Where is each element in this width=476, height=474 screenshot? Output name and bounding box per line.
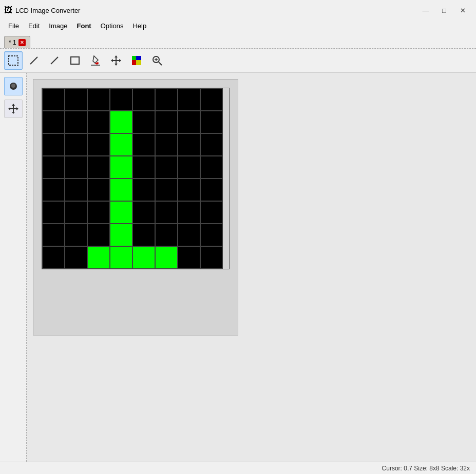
pixel[interactable] xyxy=(178,156,200,179)
pixel[interactable] xyxy=(65,246,87,269)
pixel[interactable] xyxy=(110,179,132,201)
pixel[interactable] xyxy=(155,133,178,156)
pixel[interactable] xyxy=(65,111,87,133)
svg-marker-25 xyxy=(8,107,10,110)
pixel[interactable] xyxy=(110,156,132,179)
pixel-grid[interactable] xyxy=(42,88,230,269)
pixel[interactable] xyxy=(87,111,110,133)
pixel[interactable] xyxy=(132,224,155,246)
app-title: LCD Image Converter xyxy=(15,7,80,14)
toolbar xyxy=(0,48,476,73)
pixel[interactable] xyxy=(110,133,132,156)
menu-item-help[interactable]: Help xyxy=(128,21,150,31)
pixel[interactable] xyxy=(132,246,155,269)
sidebar-draw-tool[interactable] xyxy=(4,77,23,95)
pixel[interactable] xyxy=(200,179,223,201)
menu-item-options[interactable]: Options xyxy=(97,21,128,31)
pixel[interactable] xyxy=(87,88,110,111)
pixel[interactable] xyxy=(42,156,65,179)
pixel[interactable] xyxy=(200,111,223,133)
pixel[interactable] xyxy=(200,88,223,111)
menu-item-font[interactable]: Font xyxy=(73,21,96,31)
pixel[interactable] xyxy=(87,246,110,269)
menu-bar: FileEditImageFontOptionsHelp xyxy=(0,18,476,33)
pixel[interactable] xyxy=(65,201,87,224)
tab-1-close[interactable]: ✕ xyxy=(18,39,26,46)
draw-icon xyxy=(8,81,19,92)
pixel[interactable] xyxy=(155,88,178,111)
pixel[interactable] xyxy=(110,88,132,111)
pixel[interactable] xyxy=(178,88,200,111)
pixel[interactable] xyxy=(42,111,65,133)
pixel[interactable] xyxy=(87,156,110,179)
pixel[interactable] xyxy=(132,156,155,179)
pixel[interactable] xyxy=(87,133,110,156)
pixel[interactable] xyxy=(178,111,200,133)
pixel[interactable] xyxy=(65,133,87,156)
pixel[interactable] xyxy=(42,133,65,156)
pixel[interactable] xyxy=(178,179,200,201)
pixel[interactable] xyxy=(110,224,132,246)
sidebar-move-tool[interactable] xyxy=(4,100,23,118)
tool-line[interactable] xyxy=(45,51,64,70)
pixel[interactable] xyxy=(87,201,110,224)
pixel[interactable] xyxy=(200,133,223,156)
canvas-area xyxy=(27,73,476,462)
pixel[interactable] xyxy=(42,88,65,111)
pixel[interactable] xyxy=(65,88,87,111)
pixel[interactable] xyxy=(132,179,155,201)
pixel[interactable] xyxy=(200,201,223,224)
pixel[interactable] xyxy=(178,133,200,156)
svg-marker-10 xyxy=(119,59,121,62)
menu-item-file[interactable]: File xyxy=(4,21,23,31)
tool-select-rect[interactable] xyxy=(4,51,23,70)
pixel[interactable] xyxy=(65,156,87,179)
tool-pencil[interactable] xyxy=(25,51,43,70)
menu-item-image[interactable]: Image xyxy=(45,21,71,31)
tool-fill[interactable] xyxy=(86,51,105,70)
tab-1[interactable]: * 1 ✕ xyxy=(4,36,30,48)
pixel[interactable] xyxy=(42,224,65,246)
svg-marker-9 xyxy=(111,59,113,62)
pixel[interactable] xyxy=(155,179,178,201)
tool-zoom[interactable] xyxy=(148,51,166,70)
pixel[interactable] xyxy=(200,246,223,269)
pixel[interactable] xyxy=(65,179,87,201)
zoom-icon xyxy=(151,55,163,66)
title-bar-left: 🖼 LCD Image Converter xyxy=(4,6,80,15)
status-text: Cursor: 0,7 Size: 8x8 Scale: 32x xyxy=(382,465,470,472)
pixel[interactable] xyxy=(132,111,155,133)
pixel[interactable] xyxy=(178,224,200,246)
tool-color[interactable] xyxy=(127,51,146,70)
pixel[interactable] xyxy=(155,111,178,133)
maximize-button[interactable]: □ xyxy=(437,5,451,15)
tool-move[interactable] xyxy=(107,51,125,70)
pixel[interactable] xyxy=(155,201,178,224)
pixel[interactable] xyxy=(110,111,132,133)
pixel[interactable] xyxy=(110,246,132,269)
pixel[interactable] xyxy=(110,201,132,224)
pixel[interactable] xyxy=(200,156,223,179)
pixel[interactable] xyxy=(42,201,65,224)
minimize-button[interactable]: — xyxy=(418,5,433,15)
pixel[interactable] xyxy=(42,246,65,269)
pixel[interactable] xyxy=(155,246,178,269)
pixel[interactable] xyxy=(132,88,155,111)
pixel[interactable] xyxy=(132,133,155,156)
pixel[interactable] xyxy=(87,224,110,246)
svg-rect-14 xyxy=(136,60,141,65)
pixel[interactable] xyxy=(87,179,110,201)
pixel[interactable] xyxy=(200,224,223,246)
pixel[interactable] xyxy=(155,224,178,246)
pixel[interactable] xyxy=(65,224,87,246)
close-button[interactable]: ✕ xyxy=(455,5,470,15)
pixel[interactable] xyxy=(42,179,65,201)
tool-rect[interactable] xyxy=(66,51,84,70)
pixel[interactable] xyxy=(178,246,200,269)
pixel[interactable] xyxy=(132,201,155,224)
left-sidebar xyxy=(0,73,27,462)
svg-line-1 xyxy=(30,57,37,64)
pixel[interactable] xyxy=(178,201,200,224)
pixel[interactable] xyxy=(155,156,178,179)
menu-item-edit[interactable]: Edit xyxy=(24,21,44,31)
